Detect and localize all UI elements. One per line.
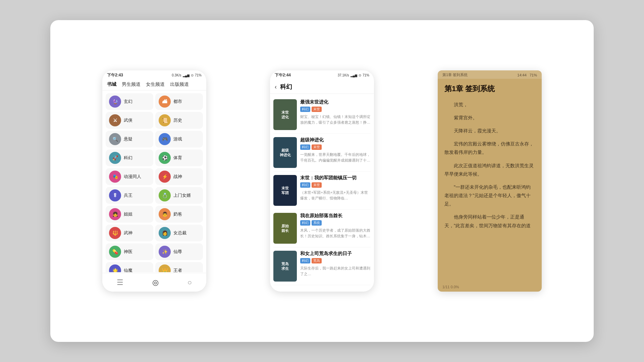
category-item[interactable]: ⚡战神 bbox=[155, 168, 203, 185]
book-list-item[interactable]: 超级 神进化超级神进化科幻末世一觉醒来，世界天翻地覆。千年后的地球，千疮百孔。内… bbox=[273, 134, 371, 172]
nav-shelf[interactable]: ☰ bbox=[117, 278, 123, 287]
category-item[interactable]: 👨奶爸 bbox=[155, 206, 203, 223]
reader-paragraph: 宏伟的宫殿云雾缭绕，仿佛亘古永存，散发着伟岸的力量。 bbox=[444, 140, 535, 157]
category-item[interactable]: 🏙都市 bbox=[155, 93, 203, 110]
main-container: 下午2:43 0.3K/s ▂▄▆ ⊙ 71% 书城 男生频道 女生频道 出版频… bbox=[50, 20, 594, 342]
phone1-frame: 下午2:43 0.3K/s ▂▄▆ ⊙ 71% 书城 男生频道 女生频道 出版频… bbox=[102, 70, 206, 292]
category-item[interactable]: 📜历史 bbox=[155, 112, 203, 129]
book-list-item[interactable]: 荒岛 求生和女上司荒岛求生的日子科幻荒岛天际生存后，我一路赶来的女上司和遭遇到了… bbox=[273, 247, 371, 285]
category-item[interactable]: 🌟仙魔 bbox=[106, 262, 153, 272]
shelf-icon: ☰ bbox=[117, 278, 123, 287]
statusbar-2: 下午2:44 37.1K/s ▂▄▆ ⊙ 71% bbox=[270, 70, 374, 79]
category-item[interactable]: ✨仙尊 bbox=[155, 243, 203, 260]
category-item[interactable]: 🚀科幻 bbox=[106, 149, 153, 166]
tab-shucheng[interactable]: 书城 bbox=[107, 81, 116, 87]
status-icons-1: 0.3K/s ▂▄▆ ⊙ 71% bbox=[172, 73, 202, 77]
book-list-item[interactable]: 末世 进化最强末世进化科幻末世财宝、秘宝！幻镜、仙镜！末知这个调所绽放的魔力，吸… bbox=[273, 96, 371, 134]
category-item[interactable]: 👑王者 bbox=[155, 262, 203, 272]
reader-frame: 第1章 签到系统 14:44 71% 第1章 签到系统 洪荒，紫霄宫外。天降祥云… bbox=[438, 70, 542, 292]
reader-paragraph: 洪荒， bbox=[444, 101, 535, 109]
reader-paragraph: "一群还未开化的杂毛，也配来听鸿钧老祖的道法？"元始还是个年轻人，傲气十足。 bbox=[444, 183, 535, 208]
book-list-item[interactable]: 末世 军团末世：我的军团能镇压一切科幻末世（末世+军团+系统+无敌流+无圣母）末… bbox=[273, 172, 371, 209]
tab-chuban[interactable]: 出版频道 bbox=[170, 81, 189, 87]
battery-2: 71% bbox=[363, 73, 369, 77]
wifi-icon-1: ⊙ bbox=[191, 73, 194, 77]
wifi-icon-2: ⊙ bbox=[359, 73, 361, 77]
category-item[interactable]: 👩女总裁 bbox=[155, 225, 203, 241]
category-item[interactable]: ⚔武侠 bbox=[106, 112, 153, 129]
category-item[interactable]: 🔮玄幻 bbox=[106, 93, 153, 110]
category-item[interactable]: 🔍悬疑 bbox=[106, 131, 153, 147]
page-title-2: 科幻 bbox=[280, 83, 292, 91]
nav-profile[interactable]: ○ bbox=[187, 278, 192, 287]
tab-nvsheng[interactable]: 女生频道 bbox=[146, 81, 165, 87]
reader-paragraph: 他身旁同样站着一位少年，正是通天，"此言差矣，世间万物皆有其存在的道 bbox=[444, 213, 535, 230]
page-header-2: ‹ 科幻 bbox=[270, 79, 374, 94]
network-speed-1: 0.3K/s bbox=[172, 73, 181, 77]
time-1: 下午2:43 bbox=[107, 72, 123, 78]
bottom-nav-1: ☰ ◎ ○ bbox=[102, 273, 206, 292]
category-item[interactable]: 💊神医 bbox=[106, 243, 153, 260]
tab-nansheng[interactable]: 男生频道 bbox=[122, 81, 141, 87]
category-item[interactable]: 🎭动漫同人 bbox=[106, 168, 153, 185]
nav-tabs-1: 书城 男生频道 女生频道 出版频道 bbox=[102, 79, 206, 90]
status-icons-2: 37.1K/s ▂▄▆ ⊙ 71% bbox=[338, 73, 369, 77]
network-speed-2: 37.1K/s bbox=[338, 73, 349, 77]
signal-icon-2: ▂▄▆ bbox=[351, 74, 357, 77]
reader-paragraph: 紫霄宫外。 bbox=[444, 114, 535, 122]
category-item[interactable]: ⚽体育 bbox=[155, 149, 203, 166]
category-item[interactable]: 💍上门女婿 bbox=[155, 187, 203, 204]
back-button[interactable]: ‹ bbox=[275, 83, 277, 90]
book-list: 末世 进化最强末世进化科幻末世财宝、秘宝！幻镜、仙镜！末知这个调所绽放的魔力，吸… bbox=[270, 94, 374, 292]
category-item[interactable]: 🔱武神 bbox=[106, 225, 153, 241]
reader-chapter-title: 第1章 签到系统 bbox=[444, 84, 535, 94]
reader-footer: 1/11 0.0% bbox=[442, 285, 459, 289]
reader-time-battery: 14:44 71% bbox=[517, 73, 537, 77]
reader-paragraph: 此次正值道祖鸿钧讲道，无数洪荒生灵早早便来此等候。 bbox=[444, 162, 535, 178]
category-item[interactable]: 🎖兵王 bbox=[106, 187, 153, 204]
statusbar-1: 下午2:43 0.3K/s ▂▄▆ ⊙ 71% bbox=[102, 70, 206, 79]
time-2: 下午2:44 bbox=[275, 72, 291, 78]
category-item[interactable]: 👧姐姐 bbox=[106, 206, 153, 223]
reader-chapter-label: 第1章 签到系统 bbox=[442, 72, 468, 77]
reader-paragraph: 天降祥云，霞光漫天。 bbox=[444, 127, 535, 135]
nav-discover[interactable]: ◎ bbox=[152, 278, 159, 287]
phone2-frame: 下午2:44 37.1K/s ▂▄▆ ⊙ 71% ‹ 科幻 末世 进化最强末世进… bbox=[270, 70, 374, 292]
discover-icon: ◎ bbox=[152, 278, 159, 287]
profile-icon: ○ bbox=[187, 278, 192, 287]
battery-1: 71% bbox=[195, 73, 202, 77]
category-item[interactable]: 🎮游戏 bbox=[155, 131, 203, 147]
category-grid: 🔮玄幻🏙都市⚔武侠📜历史🔍悬疑🎮游戏🚀科幻⚽体育🎭动漫同人⚡战神🎖兵王💍上门女婿… bbox=[102, 90, 206, 272]
reader-content: 第1章 签到系统 洪荒，紫霄宫外。天降祥云，霞光漫天。宏伟的宫殿云雾缭绕，仿佛亘… bbox=[438, 79, 542, 283]
reader-statusbar: 第1章 签到系统 14:44 71% bbox=[438, 70, 542, 79]
signal-icon-1: ▂▄▆ bbox=[183, 74, 190, 77]
book-list-item[interactable]: 原始 酋长我在原始部落当酋长科幻系统木风，一个历史学者，成了原始部落的大酋长！历… bbox=[273, 209, 371, 247]
